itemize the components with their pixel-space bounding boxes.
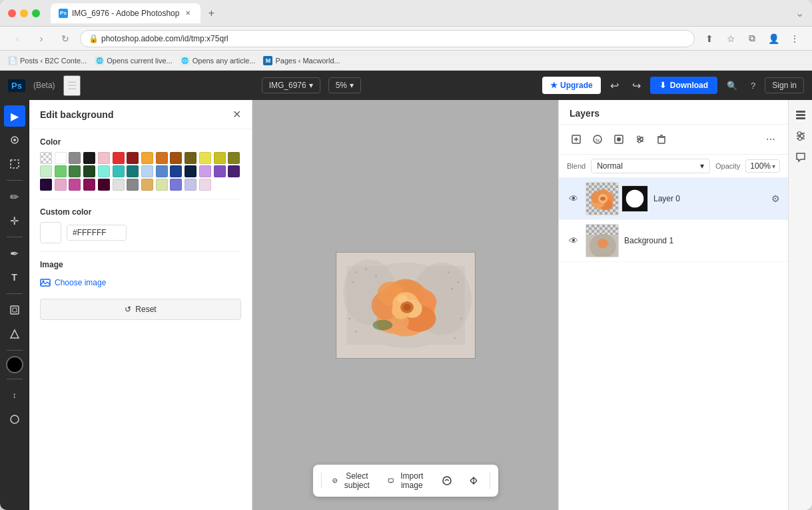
fill-tool-button[interactable] (4, 323, 25, 345)
color-swatch-light-gray[interactable] (113, 179, 125, 191)
color-swatch-purple-light[interactable] (199, 165, 211, 177)
select-subject-button[interactable]: Select subject (326, 469, 377, 493)
url-field[interactable]: 🔒 photoshop.adobe.com/id/tmp:x75qrl (80, 30, 695, 47)
marquee-tool-button[interactable] (4, 153, 25, 175)
color-swatch-dark-wine[interactable] (98, 179, 110, 191)
measure-tool-button[interactable]: ↕ (4, 385, 25, 406)
color-swatch-dark-red[interactable] (127, 152, 139, 164)
search-button[interactable]: 🔍 (723, 78, 741, 93)
move-tool-button[interactable]: ✛ (4, 210, 25, 231)
selection-tool-button[interactable]: ▶ (4, 105, 25, 127)
color-swatch-red[interactable] (113, 152, 125, 164)
text-tool-button[interactable]: T (4, 267, 25, 288)
bookmark-live[interactable]: 🌐 Opens current live... (95, 56, 172, 65)
eyedropper-tool-button[interactable]: ✒ (4, 243, 25, 264)
hex-input-field[interactable] (67, 225, 127, 241)
profiles-icon[interactable]: 👤 (764, 29, 783, 48)
color-swatch-dark-teal[interactable] (127, 165, 139, 177)
minimize-window-button[interactable] (20, 9, 28, 17)
add-layer-button[interactable] (567, 130, 586, 149)
color-swatch-olive-dark[interactable] (185, 152, 197, 164)
brush-tool-button[interactable]: ✏ (4, 186, 25, 207)
more-options-icon[interactable]: ⋮ (785, 29, 804, 48)
hamburger-menu-button[interactable]: ☰ (63, 75, 81, 96)
lasso-tool-button[interactable] (4, 129, 25, 151)
layers-panel-toggle[interactable] (791, 105, 810, 124)
layer-fx-button[interactable]: fx (588, 130, 607, 149)
circle-tool-button[interactable] (4, 409, 25, 430)
layer-adjustment-button[interactable] (631, 130, 649, 149)
color-swatch-white[interactable] (55, 152, 67, 164)
color-swatch-lavender[interactable] (185, 179, 197, 191)
bookmark-b2c[interactable]: 📄 Posts ‹ B2C Conte... (8, 56, 87, 65)
adjustments-panel-toggle[interactable] (791, 127, 810, 145)
transform-button[interactable] (463, 473, 484, 489)
back-button[interactable]: ‹ (8, 29, 27, 48)
layer-item-background[interactable]: 👁 (559, 220, 788, 262)
file-name-button[interactable]: IMG_6976 ▾ (262, 77, 320, 93)
color-swatch-magenta[interactable] (69, 179, 81, 191)
refresh-button[interactable]: ↻ (56, 29, 75, 48)
upgrade-button[interactable]: ★ Upgrade (542, 77, 601, 94)
color-swatch-yellow[interactable] (214, 152, 226, 164)
delete-layer-button[interactable] (652, 130, 671, 149)
smart-object-tool-button[interactable] (4, 299, 25, 321)
custom-color-swatch[interactable] (40, 222, 61, 243)
forward-button[interactable]: › (32, 29, 51, 48)
window-expand-icon[interactable]: ⌄ (795, 7, 804, 19)
import-image-button[interactable]: Import image (382, 469, 431, 493)
blend-mode-select[interactable]: Normal ▾ (591, 159, 710, 173)
choose-image-button[interactable]: Choose image (40, 275, 241, 291)
zoom-button[interactable]: 5% ▾ (328, 77, 361, 93)
color-swatch-purple-mid[interactable] (214, 165, 226, 177)
maximize-window-button[interactable] (32, 9, 40, 17)
color-swatch-tan[interactable] (141, 179, 153, 191)
color-swatch-mid-gray[interactable] (127, 179, 139, 191)
sign-in-button[interactable]: Sign in (765, 77, 804, 93)
opacity-chevron-icon[interactable]: ▾ (772, 163, 775, 170)
extensions-icon[interactable]: ⧉ (743, 29, 761, 48)
color-swatch-olive[interactable] (228, 152, 240, 164)
share-icon[interactable]: ⬆ (700, 29, 719, 48)
new-tab-button[interactable]: + (203, 5, 219, 21)
color-swatch-dark-blue[interactable] (185, 165, 197, 177)
color-swatch-blue-mid[interactable] (156, 165, 168, 177)
layer-item-0[interactable]: 👁 (559, 178, 788, 220)
color-swatch-yellow-bright[interactable] (199, 152, 211, 164)
redo-button[interactable]: ↪ (628, 77, 645, 95)
color-swatch-dark-magenta[interactable] (83, 179, 95, 191)
comment-button[interactable] (791, 148, 810, 167)
color-swatch-light-lime[interactable] (156, 179, 168, 191)
color-swatch-teal-light[interactable] (98, 165, 110, 177)
color-swatch-dark-orange[interactable] (156, 152, 168, 164)
color-swatch-blush[interactable] (199, 179, 211, 191)
color-swatch-blue-light[interactable] (141, 165, 153, 177)
color-swatch-dark-purple[interactable] (40, 179, 52, 191)
bookmark-star-icon[interactable]: ☆ (721, 29, 740, 48)
color-swatch-pink-light[interactable] (98, 152, 110, 164)
color-swatch-green-light[interactable] (40, 165, 52, 177)
foreground-color-indicator[interactable] (6, 356, 23, 373)
color-swatch-green[interactable] (69, 165, 81, 177)
close-window-button[interactable] (8, 9, 16, 17)
layer-0-visibility-icon[interactable]: 👁 (567, 192, 580, 205)
layer-mask-button[interactable] (609, 130, 628, 149)
color-swatch-orange[interactable] (141, 152, 153, 164)
filter-button[interactable] (436, 473, 458, 489)
bookmark-macworld[interactable]: M Pages ‹ Macworld... (263, 56, 340, 65)
color-swatch-blue[interactable] (170, 165, 182, 177)
color-swatch-transparent[interactable] (40, 152, 52, 164)
bookmark-article[interactable]: 🌐 Opens any article... (181, 56, 256, 65)
active-tab[interactable]: Ps IMG_6976 - Adobe Photoshop ✕ (51, 3, 201, 23)
color-swatch-pink-mid[interactable] (55, 179, 67, 191)
panel-close-button[interactable]: ✕ (232, 108, 241, 121)
help-button[interactable]: ? (747, 78, 759, 93)
color-swatch-green-mid[interactable] (55, 165, 67, 177)
tab-close-button[interactable]: ✕ (183, 9, 193, 18)
undo-button[interactable]: ↩ (606, 77, 623, 95)
color-swatch-dark-green[interactable] (83, 165, 95, 177)
color-swatch-teal[interactable] (113, 165, 125, 177)
color-swatch-purple[interactable] (228, 165, 240, 177)
layer-more-options-button[interactable]: ⋯ (761, 130, 780, 149)
layer-0-settings-button[interactable]: ⚙ (771, 193, 780, 204)
